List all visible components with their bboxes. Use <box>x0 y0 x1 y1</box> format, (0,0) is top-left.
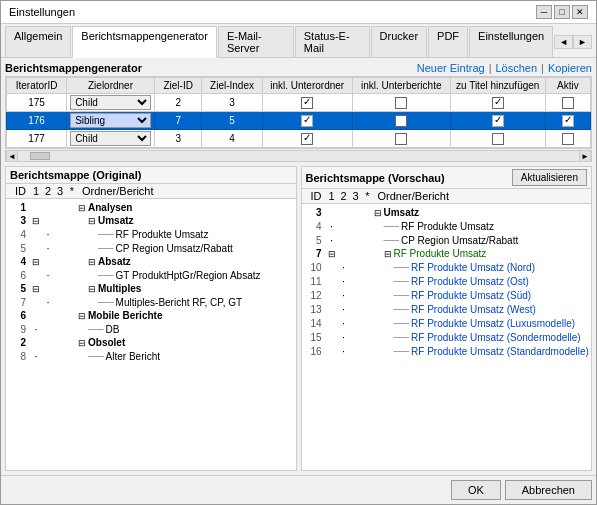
tree-item-text: Multiples-Bericht RF, CP, GT <box>116 297 243 308</box>
list-item[interactable]: 7⊟⊟RF Produkte Umsatz <box>302 247 592 260</box>
tab-email-server[interactable]: E-Mail-Server <box>218 26 294 57</box>
tree-collapse-icon[interactable]: ⊟ <box>384 249 392 259</box>
list-item[interactable]: 7·──Multiples-Bericht RF, CP, GT <box>6 295 296 309</box>
list-item[interactable]: 15·──RF Produkte Umsatz (Sondermodelle) <box>302 330 592 344</box>
tab-prev-button[interactable]: ◄ <box>554 35 573 49</box>
tree-indent-col: · <box>338 331 350 343</box>
cell-aktiv[interactable] <box>545 94 590 112</box>
tab-berichtsmappengenerator[interactable]: Berichtsmappengenerator <box>72 26 217 58</box>
cell-zu-titel[interactable] <box>450 94 545 112</box>
list-item[interactable]: 3⊟⊟Umsatz <box>6 214 296 227</box>
tree-item-text: RF Produkte Umsatz <box>401 221 494 232</box>
tree-item-text: RF Produkte Umsatz (Nord) <box>411 262 535 273</box>
list-item[interactable]: 6⊟Mobile Berichte <box>6 309 296 322</box>
list-item[interactable]: 3⊟Umsatz <box>302 206 592 219</box>
tree-collapse-icon[interactable]: ⊟ <box>78 203 86 213</box>
cell-aktiv[interactable] <box>545 112 590 130</box>
prev-col-2: 2 <box>338 190 350 202</box>
cell-aktiv[interactable] <box>545 130 590 148</box>
cell-zielordner[interactable]: ChildSiblingParent <box>67 112 155 130</box>
cell-incl-unterordner[interactable] <box>262 130 352 148</box>
table-row[interactable]: 177ChildSiblingParent34 <box>7 130 591 148</box>
cell-zielordner[interactable]: ChildSiblingParent <box>67 130 155 148</box>
prev-col-3: 3 <box>350 190 362 202</box>
list-item[interactable]: 5·──CP Region Umsatz/Rabatt <box>302 233 592 247</box>
list-item[interactable]: 12·──RF Produkte Umsatz (Süd) <box>302 288 592 302</box>
orig-col-2: 2 <box>42 185 54 197</box>
table-row[interactable]: 175ChildSiblingParent23 <box>7 94 591 112</box>
orig-col-1: 1 <box>30 185 42 197</box>
cell-zielordner[interactable]: ChildSiblingParent <box>67 94 155 112</box>
minimize-button[interactable]: ─ <box>536 5 552 19</box>
list-item[interactable]: 16·──RF Produkte Umsatz (Standardmodelle… <box>302 344 592 358</box>
tree-item-text: Umsatz <box>98 215 134 226</box>
list-item[interactable]: 10·──RF Produkte Umsatz (Nord) <box>302 260 592 274</box>
table-row[interactable]: 176ChildSiblingParent75 <box>7 112 591 130</box>
zielordner-select[interactable]: ChildSiblingParent <box>70 113 151 128</box>
zielordner-select[interactable]: ChildSiblingParent <box>70 131 151 146</box>
ok-button[interactable]: OK <box>451 480 501 500</box>
scroll-left-button[interactable]: ◄ <box>6 150 18 162</box>
list-item[interactable]: 5·──CP Region Umsatz/Rabatt <box>6 241 296 255</box>
tree-leaf-icon: ── <box>98 269 114 281</box>
zielordner-select[interactable]: ChildSiblingParent <box>70 95 151 110</box>
tab-pdf[interactable]: PDF <box>428 26 468 57</box>
list-item[interactable]: 14·──RF Produkte Umsatz (Luxusmodelle) <box>302 316 592 330</box>
col-header-incl-unterordner: inkl. Unterordner <box>262 78 352 94</box>
tree-collapse-icon[interactable]: ⊟ <box>88 284 96 294</box>
list-item[interactable]: 9·──DB <box>6 322 296 336</box>
scrollbar-thumb[interactable] <box>30 152 50 160</box>
preview-panel: Berichtsmappe (Vorschau) Aktualisieren I… <box>301 166 593 471</box>
list-item[interactable]: 4·──RF Produkte Umsatz <box>302 219 592 233</box>
close-button[interactable]: ✕ <box>572 5 588 19</box>
cell-ziel-id: 2 <box>154 94 202 112</box>
tree-indent-col: ⊟ <box>30 284 42 294</box>
maximize-button[interactable]: □ <box>554 5 570 19</box>
list-item[interactable]: 6·──GT ProduktHptGr/Region Absatz <box>6 268 296 282</box>
cell-zu-titel[interactable] <box>450 130 545 148</box>
main-window: Einstellungen ─ □ ✕ Allgemein Berichtsma… <box>0 0 597 505</box>
list-item[interactable]: 8·──Alter Bericht <box>6 349 296 363</box>
tree-collapse-icon[interactable]: ⊟ <box>78 311 86 321</box>
list-item[interactable]: 2⊟Obsolet <box>6 336 296 349</box>
cell-incl-unterberichte[interactable] <box>352 94 450 112</box>
tree-item-text: RF Produkte Umsatz <box>116 229 209 240</box>
neuer-eintrag-link[interactable]: Neuer Eintrag <box>417 62 485 74</box>
cell-incl-unterberichte[interactable] <box>352 112 450 130</box>
aktualisieren-button[interactable]: Aktualisieren <box>512 169 587 186</box>
cell-zu-titel[interactable] <box>450 112 545 130</box>
tree-collapse-icon[interactable]: ⊟ <box>88 216 96 226</box>
abbrechen-button[interactable]: Abbrechen <box>505 480 592 500</box>
tree-leaf-icon: ── <box>394 261 410 273</box>
kopieren-link[interactable]: Kopieren <box>548 62 592 74</box>
separator-1: | <box>489 62 492 74</box>
col-header-zielordner: Zielordner <box>67 78 155 94</box>
list-item[interactable]: 5⊟⊟Multiples <box>6 282 296 295</box>
tab-next-button[interactable]: ► <box>573 35 592 49</box>
cell-incl-unterordner[interactable] <box>262 112 352 130</box>
tab-einstellungen[interactable]: Einstellungen <box>469 26 553 57</box>
tab-drucker[interactable]: Drucker <box>371 26 428 57</box>
tree-collapse-icon[interactable]: ⊟ <box>78 338 86 348</box>
col-header-iteratorid: IteratorID <box>7 78 67 94</box>
tree-indent-col: · <box>338 275 350 287</box>
tree-collapse-icon[interactable]: ⊟ <box>88 257 96 267</box>
list-item[interactable]: 1⊟Analysen <box>6 201 296 214</box>
horizontal-scrollbar[interactable]: ◄ ► <box>5 150 592 162</box>
scroll-right-button[interactable]: ► <box>579 150 591 162</box>
tree-leaf-icon: ── <box>98 296 114 308</box>
list-item[interactable]: 4·──RF Produkte Umsatz <box>6 227 296 241</box>
list-item[interactable]: 4⊟⊟Absatz <box>6 255 296 268</box>
cell-incl-unterberichte[interactable] <box>352 130 450 148</box>
tree-collapse-icon[interactable]: ⊟ <box>374 208 382 218</box>
tab-allgemein[interactable]: Allgemein <box>5 26 71 57</box>
tree-leaf-icon: ── <box>394 275 410 287</box>
tree-indent-col: · <box>338 261 350 273</box>
list-item[interactable]: 13·──RF Produkte Umsatz (West) <box>302 302 592 316</box>
loeschen-link[interactable]: Löschen <box>496 62 538 74</box>
cell-incl-unterordner[interactable] <box>262 94 352 112</box>
tab-status-email[interactable]: Status-E-Mail <box>295 26 370 57</box>
list-item[interactable]: 11·──RF Produkte Umsatz (Ost) <box>302 274 592 288</box>
cell-ziel-id: 3 <box>154 130 202 148</box>
table-header-row: IteratorID Zielordner Ziel-ID Ziel-Index… <box>7 78 591 94</box>
